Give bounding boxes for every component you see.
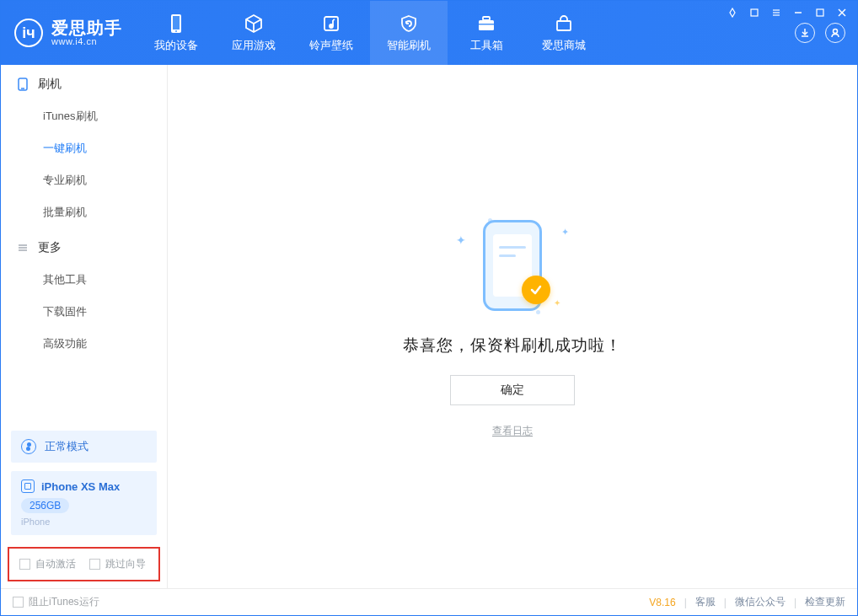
sidebar: 刷机 iTunes刷机 一键刷机 专业刷机 批量刷机 更多 其他工具 下载固件 … bbox=[1, 65, 168, 588]
view-log-link[interactable]: 查看日志 bbox=[492, 424, 533, 438]
svg-rect-16 bbox=[557, 21, 571, 30]
body: 刷机 iTunes刷机 一键刷机 专业刷机 批量刷机 更多 其他工具 下载固件 … bbox=[1, 65, 857, 588]
svg-rect-5 bbox=[817, 9, 823, 16]
sidebar-group-label: 更多 bbox=[38, 240, 62, 255]
svg-rect-13 bbox=[479, 20, 494, 30]
footer: 阻止iTunes运行 V8.16 | 客服 | 微信公众号 | 检查更新 bbox=[1, 588, 857, 615]
sidebar-item-itunes-flash[interactable]: iTunes刷机 bbox=[1, 100, 167, 132]
tab-store[interactable]: 爱思商城 bbox=[525, 1, 603, 65]
sidebar-item-download-firmware[interactable]: 下载固件 bbox=[1, 296, 167, 328]
checkbox-block-itunes[interactable]: 阻止iTunes运行 bbox=[13, 595, 99, 609]
app-title: 爱思助手 bbox=[51, 19, 122, 37]
tab-flash[interactable]: 智能刷机 bbox=[370, 1, 448, 65]
refresh-shield-icon bbox=[399, 13, 419, 34]
svg-point-10 bbox=[175, 30, 177, 32]
app-window: iч 爱思助手 www.i4.cn 我的设备 应用游戏 铃声壁纸 智能刷机 bbox=[0, 0, 858, 616]
svg-rect-0 bbox=[751, 9, 758, 16]
checkbox-icon bbox=[89, 559, 100, 570]
success-check-icon bbox=[522, 276, 550, 304]
confirm-button[interactable]: 确定 bbox=[450, 375, 575, 405]
device-name: iPhone XS Max bbox=[41, 480, 120, 493]
sidebar-item-pro-flash[interactable]: 专业刷机 bbox=[1, 164, 167, 196]
checkbox-label: 跳过向导 bbox=[105, 557, 146, 571]
footer-link-update[interactable]: 检查更新 bbox=[805, 595, 845, 609]
sidebar-group-more: 更多 bbox=[1, 228, 167, 264]
sparkle-icon: ✦ bbox=[561, 227, 569, 238]
cube-icon bbox=[244, 13, 264, 34]
tab-apps[interactable]: 应用游戏 bbox=[215, 1, 292, 65]
sidebar-group-label: 刷机 bbox=[38, 77, 62, 92]
tab-label: 铃声壁纸 bbox=[309, 38, 353, 53]
svg-point-12 bbox=[330, 24, 333, 28]
store-icon bbox=[554, 13, 574, 34]
success-message: 恭喜您，保资料刷机成功啦！ bbox=[403, 335, 622, 356]
tab-label: 爱思商城 bbox=[542, 38, 586, 53]
footer-right: V8.16 | 客服 | 微信公众号 | 检查更新 bbox=[649, 595, 845, 609]
music-icon bbox=[321, 13, 341, 34]
device-card[interactable]: iPhone XS Max 256GB iPhone bbox=[11, 471, 157, 535]
tab-label: 应用游戏 bbox=[232, 38, 276, 53]
checkbox-label: 自动激活 bbox=[35, 557, 76, 571]
theme-icon[interactable] bbox=[726, 6, 739, 19]
checkbox-skip-guide[interactable]: 跳过向导 bbox=[89, 557, 146, 571]
user-icon[interactable] bbox=[825, 23, 845, 43]
checkbox-icon bbox=[19, 559, 30, 570]
menu-icon[interactable] bbox=[770, 6, 783, 19]
tab-label: 工具箱 bbox=[470, 38, 503, 53]
skin-icon[interactable] bbox=[748, 6, 761, 19]
minimize-icon[interactable] bbox=[791, 6, 805, 19]
tab-label: 我的设备 bbox=[154, 38, 198, 53]
toolbox-icon bbox=[476, 13, 496, 34]
device-type: iPhone bbox=[21, 517, 147, 527]
tab-my-device[interactable]: 我的设备 bbox=[137, 1, 215, 65]
sidebar-item-oneclick-flash[interactable]: 一键刷机 bbox=[1, 132, 167, 164]
download-icon[interactable] bbox=[795, 23, 815, 43]
app-subtitle: www.i4.cn bbox=[51, 37, 122, 47]
mode-card[interactable]: 正常模式 bbox=[11, 431, 157, 463]
sidebar-item-batch-flash[interactable]: 批量刷机 bbox=[1, 196, 167, 228]
sparkle-icon: ✦ bbox=[554, 298, 560, 308]
close-icon[interactable] bbox=[835, 6, 849, 19]
phone-icon bbox=[166, 13, 186, 34]
logo-icon: iч bbox=[14, 19, 43, 47]
version-label: V8.16 bbox=[649, 597, 675, 608]
svg-rect-14 bbox=[483, 17, 490, 20]
footer-link-support[interactable]: 客服 bbox=[695, 595, 716, 609]
logo[interactable]: iч 爱思助手 www.i4.cn bbox=[1, 1, 137, 65]
svg-point-17 bbox=[834, 29, 838, 34]
sidebar-group-flash: 刷机 bbox=[1, 65, 167, 100]
tab-label: 智能刷机 bbox=[387, 38, 431, 53]
svg-rect-9 bbox=[173, 16, 180, 29]
sidebar-cards: 正常模式 iPhone XS Max 256GB iPhone bbox=[1, 431, 167, 542]
device-icon bbox=[21, 479, 35, 493]
success-illustration: ✦ ✦ ✦ bbox=[449, 215, 576, 316]
phone-outline-icon bbox=[16, 78, 29, 91]
sidebar-item-advanced[interactable]: 高级功能 bbox=[1, 328, 167, 360]
main-content: ✦ ✦ ✦ 恭喜您，保资料刷机成功啦！ 确定 查看日志 bbox=[168, 65, 857, 588]
top-tabs: 我的设备 应用游戏 铃声壁纸 智能刷机 工具箱 爱思商城 bbox=[137, 1, 603, 65]
checkbox-label: 阻止iTunes运行 bbox=[29, 595, 99, 609]
footer-link-wechat[interactable]: 微信公众号 bbox=[735, 595, 786, 609]
sidebar-item-other-tools[interactable]: 其他工具 bbox=[1, 264, 167, 296]
list-icon bbox=[16, 241, 29, 254]
window-controls bbox=[726, 6, 849, 19]
mode-icon bbox=[21, 439, 36, 454]
dot-icon bbox=[536, 310, 540, 314]
checkbox-icon bbox=[13, 597, 24, 608]
sparkle-icon: ✦ bbox=[456, 233, 466, 247]
sidebar-bottom-options: 自动激活 跳过向导 bbox=[8, 547, 160, 581]
mode-label: 正常模式 bbox=[45, 439, 88, 454]
checkbox-auto-activate[interactable]: 自动激活 bbox=[19, 557, 76, 571]
svg-rect-15 bbox=[479, 24, 494, 25]
device-capacity: 256GB bbox=[21, 498, 69, 513]
tab-toolbox[interactable]: 工具箱 bbox=[448, 1, 525, 65]
maximize-icon[interactable] bbox=[813, 6, 827, 19]
tab-ringtone[interactable]: 铃声壁纸 bbox=[292, 1, 370, 65]
